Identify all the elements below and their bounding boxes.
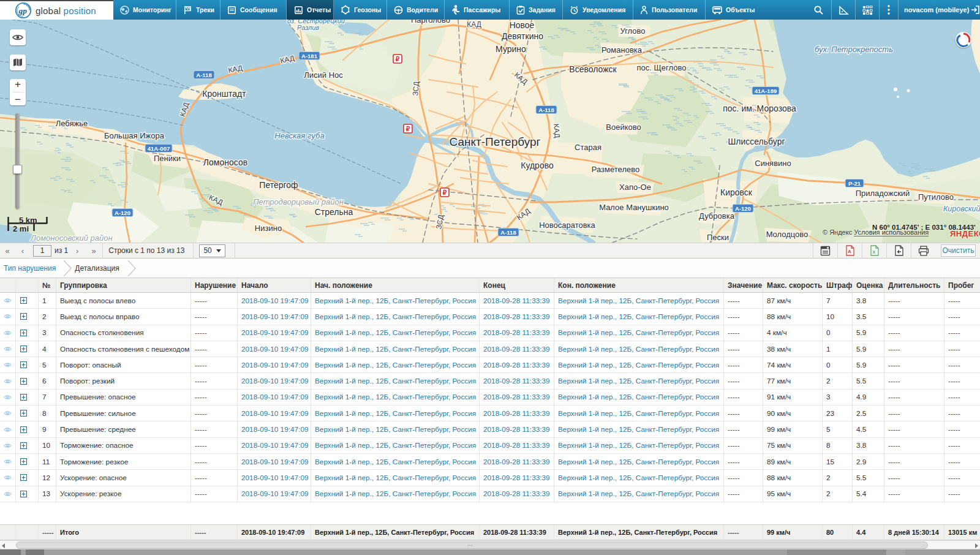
svg-text:Пески: Пески — [707, 233, 729, 242]
svg-text:Новосаратовка: Новосаратовка — [539, 221, 595, 230]
svg-text:₽: ₽ — [406, 126, 410, 132]
svg-text:41А-189: 41А-189 — [755, 88, 777, 94]
svg-text:x: x — [872, 249, 875, 255]
svg-text:Новое: Новое — [510, 20, 535, 30]
svg-text:Пеники: Пеники — [154, 154, 181, 163]
svg-text:Разлив: Разлив — [297, 24, 319, 31]
svg-text:пос. Щеглово: пос. Щеглово — [637, 63, 687, 72]
svg-text:Кировск: Кировск — [720, 187, 753, 197]
svg-text:КАД: КАД — [552, 123, 562, 138]
svg-text:Лисий Нос: Лисий Нос — [304, 70, 343, 80]
svg-text:gp: gp — [18, 6, 28, 15]
svg-text:Разметелево: Разметелево — [592, 165, 639, 174]
svg-text:пос. им. Морозова: пос. им. Морозова — [723, 104, 796, 113]
svg-text:А-181: А-181 — [301, 53, 318, 59]
svg-text:Романовка: Романовка — [601, 45, 643, 55]
svg-text:Приладожский: Приладожский — [856, 189, 910, 198]
svg-text:Мурино: Мурино — [496, 44, 526, 54]
svg-text:А-120: А-120 — [735, 205, 751, 212]
svg-text:Кудрово: Кудрово — [521, 160, 554, 170]
svg-text:Шлиссельбург: Шлиссельбург — [728, 137, 785, 146]
svg-text:Низино: Низино — [255, 224, 282, 233]
svg-text:Ломоносовский район: Ломоносовский район — [30, 233, 113, 243]
svg-text:Молодцово: Молодцово — [766, 230, 809, 239]
svg-text:Синявино: Синявино — [755, 159, 791, 168]
svg-text:Углово: Углово — [620, 26, 645, 36]
svg-text:Невская губа: Невская губа — [274, 131, 324, 140]
svg-text:Малое Манушкино: Малое Манушкино — [599, 203, 669, 212]
svg-text:А-118: А-118 — [196, 72, 211, 78]
svg-text:А-120: А-120 — [115, 210, 130, 216]
svg-text:Кировский р: Кировский р — [943, 205, 980, 213]
svg-text:₽: ₽ — [443, 189, 447, 196]
svg-text:Парголово: Парголово — [411, 20, 450, 25]
svg-text:₽: ₽ — [396, 56, 400, 62]
svg-text:Воейково: Воейково — [606, 123, 641, 132]
svg-text:Лебяжье: Лебяжье — [56, 119, 88, 128]
svg-text:Дубровка: Дубровка — [699, 211, 735, 221]
svg-text:Большая Ижора: Большая Ижора — [104, 131, 165, 140]
svg-text:Р-21: Р-21 — [848, 180, 861, 187]
svg-text:Всеволожск: Всеволожск — [569, 64, 617, 74]
svg-text:ЗСД: ЗСД — [411, 81, 421, 96]
svg-text:А-118: А-118 — [538, 107, 554, 113]
svg-text:Хапо-Ое: Хапо-Ое — [619, 183, 651, 192]
svg-text:Девяткино: Девяткино — [502, 31, 543, 41]
svg-text:КАД: КАД — [467, 20, 481, 29]
svg-text:Кронштадт: Кронштадт — [202, 89, 246, 99]
svg-text:A: A — [848, 249, 851, 254]
svg-text:Путилово: Путилово — [918, 192, 954, 202]
svg-text:Старая: Старая — [575, 143, 601, 152]
svg-text:Ломоносов: Ломоносов — [203, 157, 247, 167]
svg-text:бух. Петрокрепость: бух. Петрокрепость — [815, 45, 893, 54]
svg-text:А-118: А-118 — [500, 229, 516, 236]
svg-text:Петергоф: Петергоф — [259, 180, 298, 190]
svg-text:41А-007: 41А-007 — [148, 145, 170, 152]
svg-text:Петродворцовый район: Петродворцовый район — [253, 197, 344, 206]
svg-text:Стрельна: Стрельна — [315, 207, 353, 217]
svg-text:Санкт-Петербург: Санкт-Петербург — [449, 135, 540, 148]
